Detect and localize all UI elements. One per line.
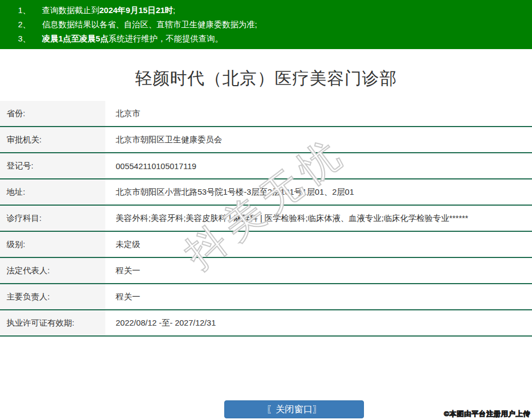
table-row-province: 省份: 北京市 <box>0 101 532 127</box>
table-row-medical-subjects: 诊疗科目: 美容外科;美容牙科;美容皮肤科 | 麻醉科 | 医学检验科;临床体液… <box>0 206 532 232</box>
row-value: 北京市朝阳区卫生健康委员会 <box>105 127 532 152</box>
row-value: 北京市 <box>105 101 532 126</box>
notice-text-bold: 2024年9月15日21时 <box>99 5 173 15</box>
notice-text: 查询数据截止到 <box>42 5 99 15</box>
notice-text-post: 系统进行维护，不能提供查询。 <box>109 34 223 43</box>
row-label: 法定代表人: <box>0 258 105 283</box>
notice-text-bold: 凌晨1点至凌晨5点 <box>42 34 109 43</box>
table-row-registration-number: 登记号: 005542110105017119 <box>0 153 532 179</box>
row-value: 未定级 <box>105 232 532 257</box>
row-label: 地址: <box>0 179 105 205</box>
notice-number: 3、 <box>18 32 42 46</box>
page-title: 轻颜时代（北京）医疗美容门诊部 <box>0 69 532 88</box>
notice-line-1: 1、查询数据截止到2024年9月15日21时; <box>18 3 527 17</box>
notice-number: 2、 <box>18 17 42 32</box>
row-value: 005542110105017119 <box>105 153 532 178</box>
row-value: 北京市朝阳区小营北路53号院1号楼-3层至2层101号1层01、2层01 <box>105 179 532 205</box>
row-label: 主要负责人: <box>0 284 105 309</box>
notice-text: 信息数据结果以各省、自治区、直辖市卫生健康委数据为准; <box>42 20 257 29</box>
close-window-button[interactable]: 〖关闭窗口〗 <box>224 400 364 418</box>
table-row-level: 级别: 未定级 <box>0 232 532 258</box>
row-value: 美容外科;美容牙科;美容皮肤科 | 麻醉科 | 医学检验科;临床体液、血液专业;… <box>105 206 532 231</box>
row-label: 登记号: <box>0 153 105 178</box>
row-label: 诊疗科目: <box>0 206 105 231</box>
row-value: 程关一 <box>105 258 532 283</box>
notice-number: 1、 <box>18 3 42 17</box>
table-row-person-in-charge: 主要负责人: 程关一 <box>0 284 532 310</box>
row-label: 执业许可证有效期: <box>0 310 105 335</box>
license-query-page: 1、查询数据截止到2024年9月15日21时; 2、信息数据结果以各省、自治区、… <box>0 0 532 420</box>
info-table: 省份: 北京市 审批机关: 北京市朝阳区卫生健康委员会 登记号: 0055421… <box>0 101 532 337</box>
table-row-license-validity: 执业许可证有效期: 2022/08/12 -至- 2027/12/31 <box>0 310 532 337</box>
notice-line-3: 3、凌晨1点至凌晨5点系统进行维护，不能提供查询。 <box>18 32 527 46</box>
notice-line-2: 2、信息数据结果以各省、自治区、直辖市卫生健康委数据为准; <box>18 17 527 32</box>
table-row-address: 地址: 北京市朝阳区小营北路53号院1号楼-3层至2层101号1层01、2层01 <box>0 179 532 206</box>
row-label: 审批机关: <box>0 127 105 152</box>
table-row-approval-authority: 审批机关: 北京市朝阳区卫生健康委员会 <box>0 127 532 153</box>
row-label: 省份: <box>0 101 105 126</box>
row-value: 程关一 <box>105 284 532 309</box>
notice-text-post: ; <box>173 5 175 15</box>
table-row-legal-representative: 法定代表人: 程关一 <box>0 258 532 284</box>
row-value: 2022/08/12 -至- 2027/12/31 <box>105 310 532 335</box>
copyright-note: ©本图由平台注册用户上传 <box>444 409 530 419</box>
row-label: 级别: <box>0 232 105 257</box>
notice-banner: 1、查询数据截止到2024年9月15日21时; 2、信息数据结果以各省、自治区、… <box>0 0 532 49</box>
